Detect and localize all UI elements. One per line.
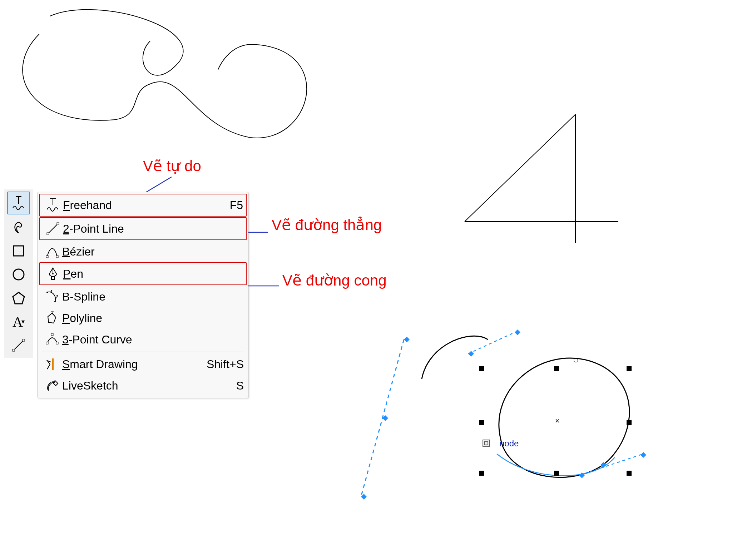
rectangle-tool[interactable] xyxy=(8,240,29,262)
svg-point-23 xyxy=(13,269,24,280)
pen-curve-selected[interactable] xyxy=(407,332,651,497)
anno-freehand: Vẽ tự do xyxy=(143,157,201,175)
flyout-label: LiveSketch xyxy=(62,379,194,392)
text-tool[interactable]: A▾ xyxy=(8,311,29,332)
svg-rect-26 xyxy=(13,349,15,351)
flyout-polyline[interactable]: Polyline xyxy=(39,307,247,329)
flyout-label: Pen xyxy=(63,267,193,281)
svg-marker-24 xyxy=(13,292,24,304)
svg-line-25 xyxy=(14,340,24,350)
smear-icon xyxy=(11,220,26,234)
svg-rect-34 xyxy=(56,256,58,258)
svg-rect-49 xyxy=(56,342,58,344)
flyout-label: 2-Point Line xyxy=(63,222,193,236)
ellipse-icon xyxy=(11,267,26,282)
flyout-label: Smart Drawing xyxy=(62,358,194,371)
flyout-pen[interactable]: Pen xyxy=(39,262,247,285)
svg-rect-22 xyxy=(14,246,24,256)
flyout-shortcut: Shift+S xyxy=(194,358,244,371)
freehand-tool[interactable] xyxy=(7,192,30,214)
freehand-icon xyxy=(11,196,26,210)
line2pt-icon xyxy=(43,222,63,236)
sel-handle-ne[interactable] xyxy=(627,366,632,371)
sel-center-cross: × xyxy=(555,416,560,426)
svg-rect-47 xyxy=(46,342,48,344)
svg-marker-12 xyxy=(361,494,367,500)
sel-handle-nw[interactable] xyxy=(479,366,484,371)
flyout-3pt-curve[interactable]: 3-Point Curve xyxy=(39,329,247,350)
svg-rect-37 xyxy=(51,277,54,279)
polyline-icon xyxy=(42,311,62,325)
flyout-bezier[interactable]: Bézier xyxy=(39,241,247,262)
sel-handle-e[interactable] xyxy=(627,420,632,425)
svg-line-30 xyxy=(48,224,58,234)
bspline-icon xyxy=(42,289,62,304)
rectangle-icon xyxy=(11,244,26,258)
svg-line-1 xyxy=(465,114,575,222)
svg-marker-4 xyxy=(468,351,474,357)
smear-tool[interactable] xyxy=(8,217,29,238)
flyout-label: 3-Point Curve xyxy=(62,333,194,346)
number-four-lines xyxy=(447,114,633,250)
dimension-icon xyxy=(11,338,26,352)
anno-curve: Vẽ đường cong xyxy=(282,272,387,289)
sel-handle-sw[interactable] xyxy=(479,471,484,476)
flyout-shortcut: S xyxy=(194,379,244,392)
flyout-label: Polyline xyxy=(62,312,194,325)
freeform-sketch-1 xyxy=(14,9,372,152)
svg-marker-8 xyxy=(640,452,646,458)
app-canvas: × node Vẽ tự do Vẽ đường thẳng Vẽ đường … xyxy=(0,0,732,560)
flyout-smart-drawing[interactable]: Smart Drawing Shift+S xyxy=(39,353,247,375)
freehand-icon xyxy=(43,198,63,212)
flyout-label: Bézier xyxy=(62,245,194,258)
sel-handle-w[interactable] xyxy=(479,420,484,425)
curve3pt-icon xyxy=(42,332,62,347)
svg-rect-31 xyxy=(47,233,49,235)
sel-handle-se[interactable] xyxy=(627,471,632,476)
svg-rect-33 xyxy=(46,256,48,258)
svg-rect-48 xyxy=(51,333,53,336)
polygon-tool[interactable] xyxy=(8,287,29,309)
curve-tools-flyout: Freehand F5 2-Point Line Bézier Pen xyxy=(38,192,248,398)
flyout-shortcut: F5 xyxy=(193,199,243,212)
flyout-livesketch[interactable]: LiveSketch S xyxy=(39,375,247,396)
polygon-icon xyxy=(11,291,26,305)
floating-guide[interactable] xyxy=(350,336,422,507)
sel-handle-n[interactable] xyxy=(554,366,559,371)
curve-node-point[interactable] xyxy=(574,358,578,362)
dimension-tool[interactable] xyxy=(8,334,29,356)
sel-handle-s[interactable] xyxy=(554,471,559,476)
smartdraw-icon xyxy=(42,357,62,371)
svg-point-35 xyxy=(52,273,54,274)
node-origin-marker[interactable] xyxy=(483,440,490,447)
livesketch-icon xyxy=(42,378,62,393)
toolbox: A▾ xyxy=(4,189,33,358)
flyout-bspline[interactable]: B-Spline xyxy=(39,286,247,307)
flyout-2pt-line[interactable]: 2-Point Line xyxy=(39,217,247,240)
anno-line: Vẽ đường thẳng xyxy=(272,216,382,234)
node-label: node xyxy=(500,438,519,449)
svg-rect-27 xyxy=(23,339,25,341)
flyout-separator xyxy=(42,352,244,352)
flyout-label: Freehand xyxy=(63,199,193,212)
pen-icon xyxy=(43,267,63,281)
flyout-freehand[interactable]: Freehand F5 xyxy=(39,194,247,217)
ellipse-tool[interactable] xyxy=(8,264,29,285)
flyout-label: B-Spline xyxy=(62,290,194,303)
svg-marker-11 xyxy=(404,337,410,342)
svg-rect-32 xyxy=(57,223,59,225)
svg-marker-5 xyxy=(515,329,520,335)
bezier-icon xyxy=(42,244,62,259)
